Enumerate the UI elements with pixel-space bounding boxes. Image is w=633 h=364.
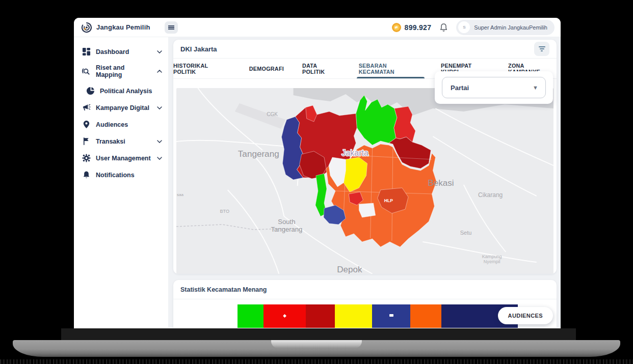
sidebar-item-riset-and-mapping[interactable]: Riset and Mapping [74,60,168,82]
notifications-bell-icon [82,171,91,179]
sidebar-item-user-management[interactable]: User Management [74,150,168,166]
credits-display: ⇄ 899.927 [392,23,432,32]
laptop-notch [271,340,362,348]
map-label-depok: Depok [337,265,362,274]
sidebar-item-kampanye-digital[interactable]: Kampanye Digital [74,99,168,116]
map-label-cikarang: Cikarang [478,191,503,199]
map-label-bto: BTO [220,209,229,214]
sidebar-item-political-analysis[interactable]: Political Analysis [74,82,168,99]
tab-demografi[interactable]: DEMOGRAFI [249,59,284,78]
audiences-button[interactable]: AUDIENCES [498,307,553,324]
transactions-flag-icon [82,137,91,146]
filter-button[interactable] [534,42,549,56]
sidebar-toggle-button[interactable] [165,21,178,34]
map-label-kampung-2: Nyempil [484,259,500,264]
map-label-bekasi: Bekasi [428,178,454,188]
stats-title: Statistik Kecamatan Menang [180,286,267,293]
main-content: DKI Jakarta HISTORIKAL POLITIK DEMOGRAFI… [168,37,561,328]
district-uncolored-small[interactable] [359,203,375,217]
dashboard-icon [82,47,91,56]
chevron-down-icon [157,106,162,109]
bar-segment-darkred[interactable] [306,304,335,328]
chevron-down-icon [157,140,162,143]
research-mapping-icon [82,67,91,76]
tab-sebaran-kecamatan[interactable]: SEBARAN KECAMATAN [359,59,423,78]
party-emblem-icon [283,314,286,318]
bar-segment-green[interactable] [238,304,263,328]
user-name: Super Admin JangkauPemilih [474,24,547,31]
bar-segment-yellow[interactable] [335,304,372,328]
credits-amount: 899.927 [405,23,432,32]
map-label-hlp: HLP [384,198,393,203]
sidebar-item-notifications[interactable]: Notifications [74,166,168,183]
map-label-kampung-1: Kampung [482,254,502,259]
user-management-gear-icon [82,154,91,162]
page-title: DKI Jakarta [180,45,217,53]
user-menu[interactable]: S Super Admin JangkauPemilih [456,20,555,35]
coin-icon: ⇄ [392,23,401,32]
tab-data-politik[interactable]: DATA POLITIK [302,59,340,78]
map-label-edge-fragment: saa [177,192,184,197]
partai-filter-card: Partai ▼ [435,71,553,104]
map-label-jakarta: Jakarta [341,148,368,157]
filter-icon [539,46,545,47]
map-label-setu: Setu [460,230,472,236]
laptop-base [13,340,620,357]
sidebar-item-dashboard[interactable]: Dashboard [74,43,168,60]
notification-bell-icon[interactable] [439,23,448,32]
sidebar-item-audiences[interactable]: Audiences [74,116,168,133]
brand: Jangkau Pemilih [74,22,165,33]
bar-segment-red[interactable] [263,304,306,328]
campaign-megaphone-icon [82,103,91,112]
district-map[interactable]: Tangerang CGK BTO South Tangerang Depok … [176,88,553,274]
map-label-tangerang: Tangerang [238,149,279,159]
app-header: Jangkau Pemilih ⇄ 899.927 S Super Admin … [74,18,561,37]
chevron-up-icon [157,70,162,73]
map-airport-cgk [235,103,286,129]
brand-name: Jangkau Pemilih [96,23,150,31]
partai-select[interactable]: Partai ▼ [442,77,546,98]
bar-segment-navy[interactable] [372,304,410,328]
party-emblem-icon [389,314,393,317]
map-admin-boundary [176,225,285,230]
brand-logo-icon [81,22,92,33]
map-label-south-tangerang-2: Tangerang [271,226,303,233]
laptop-bezel [61,328,576,341]
sidebar: Dashboard Riset and Mapping Political An… [74,37,168,328]
tab-historikal-politik[interactable]: HISTORIKAL POLITIK [173,59,231,78]
app-window: Jangkau Pemilih ⇄ 899.927 S Super Admin … [74,18,561,328]
chevron-down-icon [157,157,162,160]
sidebar-item-transaksi[interactable]: Transaksi [74,133,168,150]
chevron-down-icon [157,50,162,53]
avatar: S [458,21,470,33]
hamburger-icon [168,25,174,30]
map-label-south-tangerang-1: South [278,218,295,226]
chevron-down-icon: ▼ [533,85,538,91]
bar-segment-orange[interactable] [410,304,441,328]
audiences-pin-icon [82,120,91,129]
map-label-cgk: CGK [267,111,278,117]
desk-reflection [0,359,633,364]
political-analysis-icon [86,87,95,95]
